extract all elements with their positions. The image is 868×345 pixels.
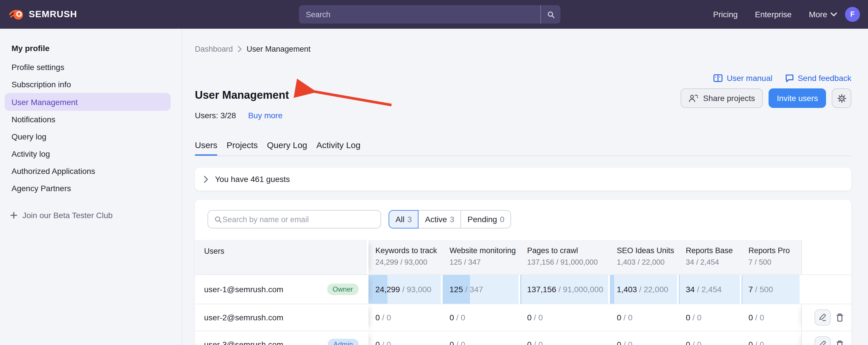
global-search-input[interactable] [299, 10, 540, 19]
top-nav: Pricing Enterprise More [713, 0, 837, 29]
people-icon [689, 94, 699, 102]
breadcrumb-dashboard[interactable]: Dashboard [195, 45, 233, 54]
user-cell: user-3@semrush.com Admin [195, 331, 369, 345]
buy-more-link[interactable]: Buy more [248, 111, 282, 120]
guests-banner-text: You have 461 guests [215, 174, 290, 184]
usage-cell: 0 / 0 [610, 304, 679, 331]
filter-segment-active[interactable]: Active3 [419, 210, 461, 229]
plus-icon [10, 212, 17, 219]
table-body: user-1@semrush.com Owner 24,299 / 93,000… [195, 274, 851, 345]
usage-cell: 7 / 500 [742, 275, 801, 304]
usage-cell: 1,403 / 22,000 [610, 275, 679, 304]
semrush-logo[interactable]: SEMRUSH [9, 8, 77, 21]
users-card: All3Active3Pending0 Users Keywords to tr… [195, 200, 851, 345]
sidebar-item-authorized-applications[interactable]: Authorized Applications [0, 163, 182, 180]
usage-cell: 0 / 0 [520, 304, 610, 331]
filter-segment-pending[interactable]: Pending0 [461, 210, 511, 229]
user-manual-link[interactable]: User manual [713, 73, 772, 83]
semrush-flame-icon [9, 8, 24, 21]
role-badge: Admin [328, 339, 359, 345]
sidebar-item-user-management[interactable]: User Management [5, 93, 171, 111]
tab-activity-log[interactable]: Activity Log [316, 140, 361, 156]
column-header: Pages to crawl137,156 / 91,000,000 [520, 240, 610, 274]
share-projects-button[interactable]: Share projects [681, 89, 763, 108]
usage-cell: 137,156 / 91,000,000 [520, 275, 610, 304]
tab-query-log[interactable]: Query Log [267, 140, 307, 156]
top-bar: SEMRUSH Pricing Enterprise More F [0, 0, 868, 29]
usage-cell: 0 / 0 [679, 304, 742, 331]
nav-enterprise[interactable]: Enterprise [755, 10, 792, 19]
gear-icon [837, 93, 846, 103]
usage-cell: 0 / 0 [610, 331, 679, 345]
status-filter: All3Active3Pending0 [389, 210, 511, 229]
column-header-users: Users [195, 240, 369, 274]
invite-users-button[interactable]: Invite users [769, 89, 826, 108]
pencil-icon [818, 340, 827, 345]
row-actions [801, 331, 851, 345]
sidebar-item-activity-log[interactable]: Activity log [0, 145, 182, 163]
tab-users[interactable]: Users [195, 140, 217, 156]
tabs-divider [195, 156, 851, 156]
usage-cell: 0 / 0 [369, 331, 443, 345]
send-feedback-link[interactable]: Send feedback [785, 73, 851, 83]
column-header: Keywords to track24,299 / 93,000 [369, 240, 443, 274]
tabs: UsersProjectsQuery LogActivity Log [195, 140, 361, 156]
tab-projects[interactable]: Projects [226, 140, 257, 156]
usage-cell: 34 / 2,454 [679, 275, 742, 304]
edit-user-button[interactable] [814, 336, 831, 345]
trash-icon [836, 340, 844, 345]
usage-cell: 125 / 347 [443, 275, 520, 304]
user-email: user-2@semrush.com [204, 313, 283, 322]
breadcrumb-current: User Management [247, 45, 310, 54]
page-title: User Management [195, 89, 289, 102]
nav-more[interactable]: More [809, 10, 837, 19]
table-row: user-3@semrush.com Admin 0 / 00 / 00 / 0… [195, 331, 851, 345]
table-row: user-2@semrush.com 0 / 00 / 00 / 00 / 00… [195, 304, 851, 331]
usage-cell: 0 / 0 [369, 304, 443, 331]
app: SEMRUSH Pricing Enterprise More F My pro… [0, 0, 868, 345]
sidebar-item-notifications[interactable]: Notifications [0, 111, 182, 128]
nav-pricing[interactable]: Pricing [713, 10, 738, 19]
usage-cell: 24,299 / 93,000 [369, 275, 443, 304]
sidebar-item-query-log[interactable]: Query log [0, 128, 182, 145]
chevron-down-icon [831, 12, 837, 16]
delete-user-button[interactable] [836, 340, 844, 345]
guests-banner[interactable]: You have 461 guests [195, 168, 851, 191]
search-icon[interactable] [540, 5, 560, 24]
usage-cell: 0 / 0 [742, 331, 801, 345]
sidebar-item-subscription-info[interactable]: Subscription info [0, 76, 182, 93]
user-cell: user-2@semrush.com [195, 304, 369, 331]
user-search-input[interactable] [222, 215, 380, 223]
global-search [299, 5, 560, 24]
filter-segment-all[interactable]: All3 [389, 210, 419, 229]
user-cell: user-1@semrush.com Owner [195, 275, 369, 304]
table-header: Users Keywords to track24,299 / 93,000We… [195, 240, 851, 274]
trash-icon [836, 313, 844, 322]
delete-user-button[interactable] [836, 313, 844, 322]
user-email: user-1@semrush.com [204, 285, 283, 294]
edit-user-button[interactable] [814, 309, 831, 325]
sidebar-heading: My profile [11, 44, 182, 53]
settings-button[interactable] [832, 89, 851, 108]
sidebar-item-agency-partners[interactable]: Agency Partners [0, 180, 182, 197]
usage-cell: 0 / 0 [520, 331, 610, 345]
users-count: Users: 3/28 [195, 111, 236, 120]
sidebar: My profile Profile settingsSubscription … [0, 29, 182, 345]
column-header: Reports Pro7 / 500 [742, 240, 801, 274]
usage-cell: 0 / 0 [443, 331, 520, 345]
role-badge: Owner [327, 284, 359, 295]
user-search [208, 210, 381, 229]
column-header-actions [801, 240, 851, 274]
chevron-right-icon[interactable] [204, 175, 209, 183]
column-header: Reports Base34 / 2,454 [679, 240, 742, 274]
usage-cell: 0 / 0 [443, 304, 520, 331]
sidebar-item-beta-club[interactable]: Join our Beta Tester Club [10, 211, 182, 220]
search-icon [214, 215, 222, 223]
main-content: Dashboard User Management User manual Se… [182, 29, 868, 345]
sidebar-list: Profile settingsSubscription infoUser Ma… [0, 59, 182, 197]
table-row: user-1@semrush.com Owner 24,299 / 93,000… [195, 274, 851, 304]
avatar[interactable]: F [845, 7, 860, 22]
sidebar-item-profile-settings[interactable]: Profile settings [0, 59, 182, 76]
row-actions [801, 304, 851, 331]
users-count-line: Users: 3/28 Buy more [195, 111, 282, 120]
